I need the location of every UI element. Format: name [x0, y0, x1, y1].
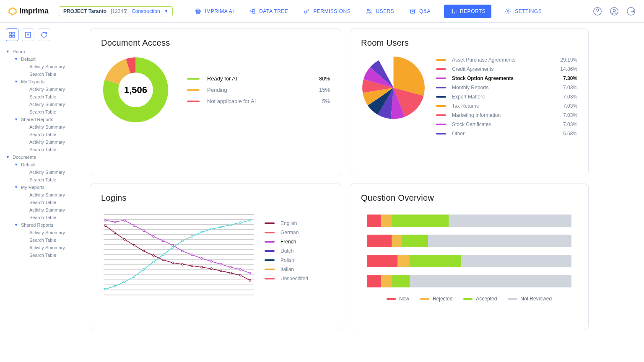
nav-label: DATA TREE [259, 8, 288, 14]
svg-point-5 [250, 10, 251, 12]
chevron-down-icon: ▼ [14, 223, 18, 227]
tree-item[interactable]: Search Table [6, 236, 86, 244]
legend-row[interactable]: German [265, 228, 330, 237]
legend-item[interactable]: New [387, 296, 409, 302]
legend-row[interactable]: Other5.68% [436, 129, 577, 138]
tree-folder[interactable]: ▼Default [6, 55, 86, 63]
legend-row[interactable]: Tax Returns7.03% [436, 101, 577, 111]
tree-item[interactable]: Search Table [6, 199, 86, 206]
view-grid-button[interactable] [6, 28, 18, 41]
legend-label: Accepted [476, 296, 497, 302]
tree-item[interactable]: Activity Summary [6, 123, 86, 131]
tree-folder[interactable]: ▼My Reports [6, 184, 86, 191]
line-chart [101, 210, 256, 298]
tree-item[interactable]: Search Table [6, 131, 86, 138]
tree-item[interactable]: Activity Summary [6, 63, 86, 70]
tree-label: Room [13, 49, 25, 54]
nav-data-tree[interactable]: DATA TREE [247, 5, 290, 17]
tree-item[interactable]: Search Table [6, 108, 86, 116]
tree-label: Activity Summary [29, 124, 65, 129]
svg-point-65 [162, 254, 164, 256]
nav-label: IMPRIMA AI [205, 8, 234, 14]
legend-row[interactable]: Polish [265, 256, 330, 265]
legend-item[interactable]: Rejected [420, 296, 452, 302]
view-refresh-button[interactable] [38, 28, 50, 41]
legend-row[interactable]: Ready for AI80% [187, 73, 330, 84]
tree-item[interactable]: Search Table [6, 146, 86, 153]
bar-segment [381, 275, 391, 287]
tree-item[interactable]: Search Table [6, 176, 86, 184]
tree-item[interactable]: Activity Summary [6, 101, 86, 108]
tree-root[interactable]: ▼Documents [6, 153, 86, 161]
tree-folder[interactable]: ▼Shared Reports [6, 116, 86, 123]
project-selector[interactable]: PROJECT Taranto [12345] Construction ▼ [59, 6, 173, 16]
view-add-button[interactable] [22, 28, 34, 41]
tree-item[interactable]: Activity Summary [6, 206, 86, 214]
report-tree: ▼Room▼DefaultActivity SummarySearch Tabl… [6, 48, 86, 259]
gear-icon [505, 8, 512, 15]
tree-folder[interactable]: ▼Default [6, 161, 86, 168]
svg-point-90 [249, 279, 251, 281]
legend-row[interactable]: French [265, 237, 330, 246]
nav-settings[interactable]: SETTINGS [503, 5, 543, 17]
logo-icon [8, 7, 17, 16]
tree-item[interactable]: Search Table [6, 251, 86, 259]
logo[interactable]: imprima [8, 7, 49, 16]
tree-label: Default [21, 162, 36, 167]
pie-legend: Asset Purchase Agreements29.19%Credit Ag… [436, 55, 577, 138]
svg-point-7 [254, 10, 255, 12]
legend-row[interactable]: Italian [265, 265, 330, 274]
legend-row[interactable]: Credit Agreements14.86% [436, 65, 577, 74]
nav-qa[interactable]: Q&A [408, 5, 432, 17]
svg-point-66 [172, 246, 174, 248]
tree-item[interactable]: Activity Summary [6, 138, 86, 146]
tree-item[interactable]: Activity Summary [6, 168, 86, 176]
tree-item[interactable]: Activity Summary [6, 229, 86, 236]
project-label: PROJECT Taranto [63, 8, 106, 14]
legend-row[interactable]: Dutch [265, 246, 330, 256]
tree-root[interactable]: ▼Room [6, 48, 86, 55]
tree-item[interactable]: Activity Summary [6, 85, 86, 93]
legend-label: New [399, 296, 409, 302]
nav-imprima-ai[interactable]: IMPRIMA AI [193, 5, 236, 17]
legend-row[interactable]: Marketing Information7.03% [436, 111, 577, 120]
svg-point-47 [143, 230, 145, 231]
legend-label: Other [452, 131, 465, 137]
svg-point-71 [220, 226, 222, 228]
legend-item[interactable]: Accepted [463, 296, 497, 302]
help-icon[interactable] [593, 7, 602, 16]
legend-row[interactable]: Export Matters7.03% [436, 92, 577, 101]
bar-segment [402, 235, 428, 247]
legend-row[interactable]: Unspecififed [265, 274, 330, 283]
tree-item[interactable]: Search Table [6, 70, 86, 78]
legend-row[interactable]: Not applicable for AI5% [187, 96, 330, 107]
legend-row[interactable]: Monthly Reports7.03% [436, 83, 577, 92]
tree-folder[interactable]: ▼Shared Reports [6, 221, 86, 229]
user-icon[interactable] [610, 7, 619, 16]
tree-folder[interactable]: ▼My Reports [6, 78, 86, 85]
tree-item[interactable]: Search Table [6, 214, 86, 221]
legend-value: 15% [319, 87, 330, 93]
nav-reports[interactable]: REPORTS [444, 5, 491, 18]
nav-permissions[interactable]: PERMISSIONS [301, 5, 352, 17]
main-nav: IMPRIMA AI DATA TREE PERMISSIONS USERS Q… [193, 5, 543, 18]
legend-label: Italian [280, 266, 294, 272]
tree-label: Search Table [29, 200, 56, 205]
svg-point-8 [254, 13, 255, 14]
tree-item[interactable]: Activity Summary [6, 191, 86, 199]
tree-label: Search Table [29, 109, 56, 114]
legend-row[interactable]: Stock Certificates7.03% [436, 120, 577, 129]
legend-item[interactable]: Not Reviewed [508, 296, 552, 302]
legend-label: Credit Agreements [452, 66, 493, 72]
tree-item[interactable]: Search Table [6, 93, 86, 101]
legend-row[interactable]: Stock Option Agreements7.30% [436, 74, 577, 83]
tree-item[interactable]: Activity Summary [6, 244, 86, 251]
nav-label: SETTINGS [515, 8, 542, 14]
legend-row[interactable]: Asset Purchase Agreements29.19% [436, 55, 577, 65]
legend-row[interactable]: English [265, 219, 330, 228]
logout-icon[interactable] [626, 7, 636, 16]
card-room-users: Room Users Asset Purchase Agreements29.1… [350, 28, 589, 175]
svg-point-79 [143, 250, 145, 252]
nav-users[interactable]: USERS [364, 5, 396, 17]
legend-row[interactable]: Pending15% [187, 84, 330, 96]
